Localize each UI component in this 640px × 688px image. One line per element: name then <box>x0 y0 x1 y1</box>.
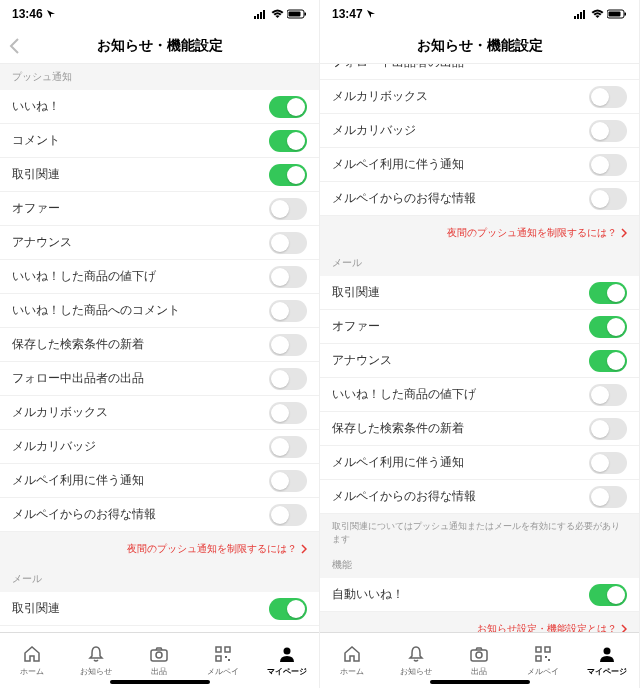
toggle-switch[interactable] <box>269 504 307 526</box>
night-limit-link[interactable]: 夜間のプッシュ通知を制限するには？ <box>0 532 319 566</box>
toggle-switch[interactable] <box>589 418 627 440</box>
toggle-switch[interactable] <box>269 130 307 152</box>
toggle-switch[interactable] <box>589 154 627 176</box>
toggle-switch[interactable] <box>589 384 627 406</box>
chevron-right-icon <box>621 228 627 238</box>
status-time: 13:47 <box>332 7 363 21</box>
toggle-switch[interactable] <box>589 316 627 338</box>
battery-icon <box>287 9 307 19</box>
list-row: コメント <box>0 124 319 158</box>
tabbar: ホームお知らせ出品メルペイマイページ <box>0 632 319 688</box>
list-row: 保存した検索条件の新着 <box>320 412 639 446</box>
list-row-cut: フォロー中出品者の出品 <box>320 64 639 80</box>
toggle-switch[interactable] <box>589 120 627 142</box>
row-label: アナウンス <box>12 234 72 251</box>
svg-rect-18 <box>583 10 585 19</box>
tab-home[interactable]: ホーム <box>320 633 384 688</box>
location-icon <box>46 9 56 19</box>
status-bar: 13:47 <box>320 0 639 28</box>
svg-rect-24 <box>536 647 541 652</box>
svg-rect-10 <box>225 647 230 652</box>
svg-rect-21 <box>625 13 627 16</box>
toggle-switch[interactable] <box>269 598 307 620</box>
tab-user[interactable]: マイページ <box>575 633 639 688</box>
row-label: 取引関連 <box>12 600 60 617</box>
toggle-switch[interactable] <box>269 436 307 458</box>
back-icon[interactable] <box>8 37 20 55</box>
svg-rect-1 <box>257 14 259 19</box>
tab-label: ホーム <box>340 666 364 677</box>
home-indicator[interactable] <box>430 680 530 684</box>
list-row: いいね！ <box>0 90 319 124</box>
toggle-switch[interactable] <box>269 232 307 254</box>
tab-label: 出品 <box>151 666 167 677</box>
svg-rect-26 <box>536 656 541 661</box>
wifi-icon <box>591 9 604 19</box>
tab-user[interactable]: マイページ <box>255 633 319 688</box>
battery-icon <box>607 9 627 19</box>
camera-icon <box>469 644 489 664</box>
night-limit-link[interactable]: 夜間のプッシュ通知を制限するには？ <box>320 216 639 250</box>
home-indicator[interactable] <box>110 680 210 684</box>
svg-rect-3 <box>263 10 265 19</box>
list-row: フォロー中出品者の出品 <box>0 362 319 396</box>
tab-label: ホーム <box>20 666 44 677</box>
toggle-switch[interactable] <box>269 266 307 288</box>
list-row: メルペイからのお得な情報 <box>320 182 639 216</box>
location-icon <box>366 9 376 19</box>
svg-rect-20 <box>609 12 621 17</box>
about-link[interactable]: お知らせ設定・機能設定とは？ <box>320 612 639 632</box>
list-row: オファー <box>0 192 319 226</box>
svg-rect-0 <box>254 16 256 19</box>
row-label: 自動いいね！ <box>332 586 404 603</box>
tabbar: ホームお知らせ出品メルペイマイページ <box>320 632 639 688</box>
tab-home[interactable]: ホーム <box>0 633 64 688</box>
toggle-switch[interactable] <box>589 486 627 508</box>
row-label: メルカリボックス <box>332 88 428 105</box>
row-label: メルペイ利用に伴う通知 <box>12 472 144 489</box>
toggle-switch[interactable] <box>269 402 307 424</box>
toggle-switch[interactable] <box>269 198 307 220</box>
row-label: オファー <box>12 200 60 217</box>
list-row: オファー <box>320 310 639 344</box>
list-row: メルカリバッジ <box>320 114 639 148</box>
phone-right: 13:47 お知らせ・機能設定 フォロー中出品者の出品 メルカリボックスメルカリ… <box>320 0 640 688</box>
tab-label: メルペイ <box>207 666 239 677</box>
list-row: 自動いいね！ <box>320 578 639 612</box>
toggle-switch[interactable] <box>269 164 307 186</box>
toggle-switch[interactable] <box>269 470 307 492</box>
row-label: 保存した検索条件の新着 <box>12 336 144 353</box>
row-label: 取引関連 <box>332 284 380 301</box>
status-time: 13:46 <box>12 7 43 21</box>
list-row: メルペイ利用に伴う通知 <box>320 148 639 182</box>
tab-label: 出品 <box>471 666 487 677</box>
row-label: メルペイからのお得な情報 <box>332 190 476 207</box>
toggle-switch[interactable] <box>269 334 307 356</box>
row-label: アナウンス <box>332 352 392 369</box>
tab-label: お知らせ <box>80 666 112 677</box>
list-row: いいね！した商品の値下げ <box>0 260 319 294</box>
toggle-switch[interactable] <box>589 188 627 210</box>
toggle-switch[interactable] <box>269 300 307 322</box>
toggle-switch[interactable] <box>269 96 307 118</box>
tab-label: マイページ <box>587 666 627 677</box>
toggle-switch[interactable] <box>589 350 627 372</box>
list-row: メルペイ利用に伴う通知 <box>320 446 639 480</box>
list-row: メルペイからのお得な情報 <box>0 498 319 532</box>
svg-rect-12 <box>225 656 227 658</box>
page-title: お知らせ・機能設定 <box>417 37 543 55</box>
toggle-switch[interactable] <box>589 452 627 474</box>
list-row: いいね！した商品の値下げ <box>320 378 639 412</box>
home-icon <box>22 644 42 664</box>
toggle-switch[interactable] <box>269 368 307 390</box>
toggle-switch[interactable] <box>589 584 627 606</box>
header: お知らせ・機能設定 <box>320 28 639 64</box>
toggle-switch[interactable] <box>589 86 627 108</box>
list-row: メルカリボックス <box>320 80 639 114</box>
push-list: いいね！コメント取引関連オファーアナウンスいいね！した商品の値下げいいね！した商… <box>0 90 319 532</box>
list-row: アナウンス <box>0 226 319 260</box>
row-label: いいね！した商品の値下げ <box>12 268 156 285</box>
toggle-switch[interactable] <box>589 282 627 304</box>
row-label: メルペイ利用に伴う通知 <box>332 156 464 173</box>
svg-rect-28 <box>548 659 550 661</box>
